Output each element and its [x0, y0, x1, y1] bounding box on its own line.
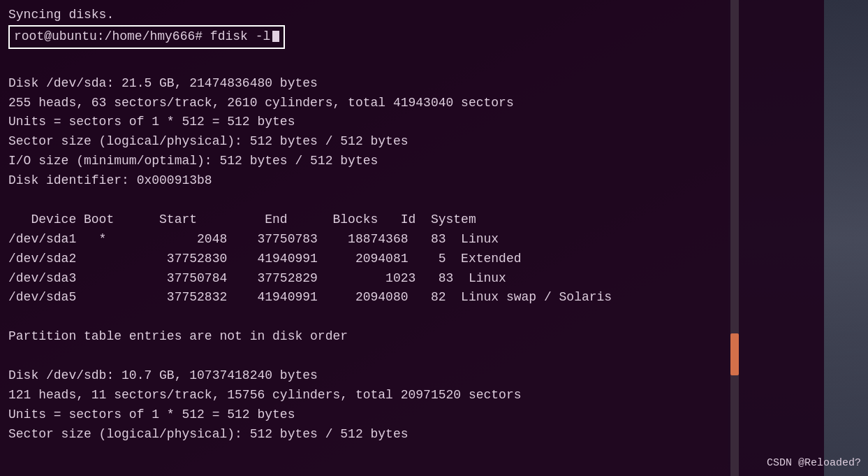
cursor-block	[272, 31, 279, 42]
disk2-line1: Disk /dev/sdb: 10.7 GB, 10737418240 byte…	[8, 368, 318, 382]
watermark: CSDN @Reloaded?	[767, 457, 861, 469]
syncing-line: Syncing disks.	[8, 8, 114, 22]
partition-row-sda1: /dev/sda1 * 2048 37750783 18874368 83 Li…	[8, 232, 499, 246]
scrollbar[interactable]	[730, 0, 739, 476]
partition-row-sda5: /dev/sda5 37752832 41940991 2094080 82 L…	[8, 290, 612, 304]
disk2-line2: 121 heads, 11 sectors/track, 15756 cylin…	[8, 388, 522, 402]
command-box: root@ubuntu:/home/hmy666# fdisk -l	[8, 25, 285, 49]
terminal-content: Syncing disks. root@ubuntu:/home/hmy666#…	[8, 6, 816, 445]
disk1-line3: Units = sectors of 1 * 512 = 512 bytes	[8, 115, 295, 129]
disk2-line4: Sector size (logical/physical): 512 byte…	[8, 427, 409, 441]
partition-header: Device Boot Start End Blocks Id System	[8, 212, 476, 226]
disk1-line4: Sector size (logical/physical): 512 byte…	[8, 134, 409, 148]
scrollbar-thumb[interactable]	[730, 333, 739, 375]
warning-line: Partition table entries are not in disk …	[8, 329, 348, 343]
terminal-window: Syncing disks. root@ubuntu:/home/hmy666#…	[0, 0, 824, 476]
disk1-line5: I/O size (minimum/optimal): 512 bytes / …	[8, 154, 378, 168]
disk1-line2: 255 heads, 63 sectors/track, 2610 cylind…	[8, 96, 514, 110]
disk1-line1: Disk /dev/sda: 21.5 GB, 21474836480 byte…	[8, 76, 318, 90]
partition-row-sda3: /dev/sda3 37750784 37752829 1023 83 Linu…	[8, 271, 506, 285]
disk1-line6: Disk identifier: 0x000913b8	[8, 173, 212, 187]
command-text: root@ubuntu:/home/hmy666# fdisk -l	[14, 29, 270, 43]
partition-row-sda2: /dev/sda2 37752830 41940991 2094081 5 Ex…	[8, 252, 522, 266]
disk2-line3: Units = sectors of 1 * 512 = 512 bytes	[8, 408, 295, 421]
